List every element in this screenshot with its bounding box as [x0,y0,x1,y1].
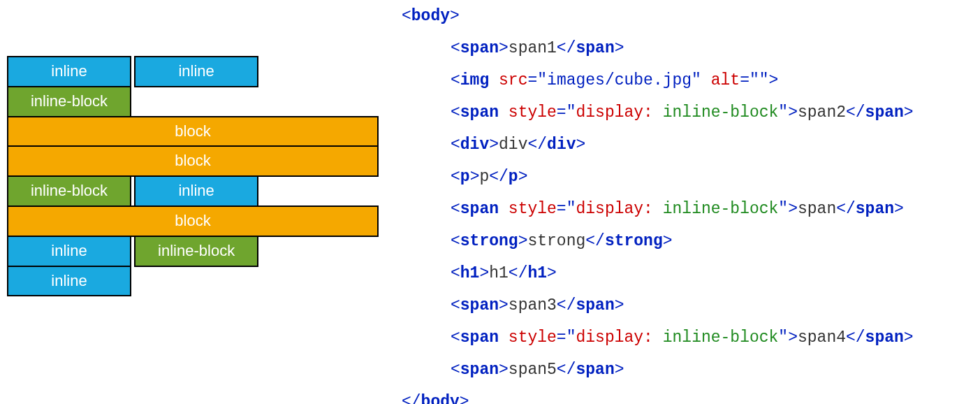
code-tag: strong [460,232,518,250]
code-angle: > [470,168,480,186]
code-text: span2 [798,103,846,122]
code-css-value: inline-block [663,200,779,218]
code-text: span4 [798,329,846,347]
code-tag: h1 [460,264,480,282]
diagram-box-inline: inline [134,56,258,87]
code-angle: </ [846,329,865,347]
code-tag: span [460,200,499,218]
diagram-row-1: inline inline inline-block [7,56,381,116]
code-eq: = [557,103,566,122]
code-snippet: <body> <span>span1</span> <img src="imag… [388,0,980,404]
code-tag: span [460,39,499,57]
code-angle: < [451,264,460,282]
code-line-body-close: </body> [402,386,973,404]
code-attr: src [499,71,527,89]
code-angle: < [451,361,460,379]
code-space [653,200,663,218]
code-value: "" [749,71,769,89]
code-angle: < [451,296,460,315]
code-tag: span [460,329,499,347]
code-line-span3: <span>span3</span> [402,289,973,322]
code-angle: > [769,71,779,89]
code-angle: < [402,7,411,25]
code-tag: h1 [527,264,547,282]
code-tag: span [576,361,614,379]
code-line-img: <img src="images/cube.jpg" alt=""> [402,64,973,96]
code-angle: < [451,200,460,218]
code-space [489,71,499,89]
code-angle: < [451,71,460,89]
diagram-row-3: block [7,145,381,175]
code-css-value: inline-block [663,103,779,122]
code-angle: </ [509,264,528,282]
code-text: p [479,168,489,186]
code-angle: > [518,168,528,186]
code-angle: > [489,136,499,154]
code-text: div [499,136,527,154]
diagram-box-inline: inline [134,175,258,207]
code-angle: </ [557,361,576,379]
code-angle: </ [527,136,547,154]
code-eq: = [740,71,749,89]
code-line-span5: <span>span5</span> [402,354,973,386]
code-angle: > [479,264,489,282]
code-quote: " [566,200,576,218]
code-angle: </ [585,232,605,250]
code-angle: < [451,103,460,122]
code-angle: > [499,296,509,315]
code-space [499,103,509,122]
diagram-box-inline: inline [7,236,131,267]
code-angle: > [788,329,798,347]
code-angle: </ [557,296,576,315]
code-angle: > [576,136,586,154]
diagram-box-block: block [7,116,379,147]
code-angle: > [499,39,509,57]
code-angle: > [615,296,624,315]
code-space [499,329,509,347]
code-tag: div [547,136,576,154]
code-tag: span [576,39,614,57]
diagram-row-5: block [7,205,381,236]
code-angle: < [451,39,460,57]
code-line-span1: <span>span1</span> [402,32,973,64]
diagram-row-2: block [7,116,381,146]
code-quote: " [778,200,788,218]
code-line-p: <p>p</p> [402,161,973,193]
code-angle: > [788,103,798,122]
code-tag: strong [605,232,663,250]
code-angle: </ [836,200,856,218]
code-eq: = [527,71,537,89]
diagram-box-inline-block: inline-block [134,236,258,267]
code-text: h1 [489,264,509,282]
code-eq: = [557,329,566,347]
code-attr: style [509,329,557,347]
code-tag: span [856,200,894,218]
code-angle: > [904,329,914,347]
diagram-row-4: inline-block inline [7,175,381,205]
code-angle: < [451,168,460,186]
code-tag: body [411,7,450,25]
code-angle: > [450,7,460,25]
code-line-h1: <h1>h1</h1> [402,257,973,289]
code-quote: " [566,329,576,347]
code-space [701,71,711,89]
code-line-span4: <span style="display: inline-block">span… [402,322,973,354]
code-css-value: inline-block [663,329,779,347]
code-quote: " [778,329,788,347]
code-angle: < [451,136,460,154]
diagram-box-block: block [7,145,379,177]
diagram-box-inline-block: inline-block [7,175,131,207]
code-angle: > [788,200,798,218]
code-angle: > [547,264,557,282]
code-text: span5 [509,361,557,379]
code-eq: = [557,200,566,218]
code-text: span3 [509,296,557,315]
code-line-strong: <strong>strong</strong> [402,225,973,257]
code-angle: </ [489,168,509,186]
code-angle: < [451,232,460,250]
code-angle: > [894,200,904,218]
code-angle: </ [402,393,421,404]
code-angle: > [499,361,509,379]
code-line-span2: <span style="display: inline-block">span… [402,96,973,129]
code-tag: p [509,168,518,186]
